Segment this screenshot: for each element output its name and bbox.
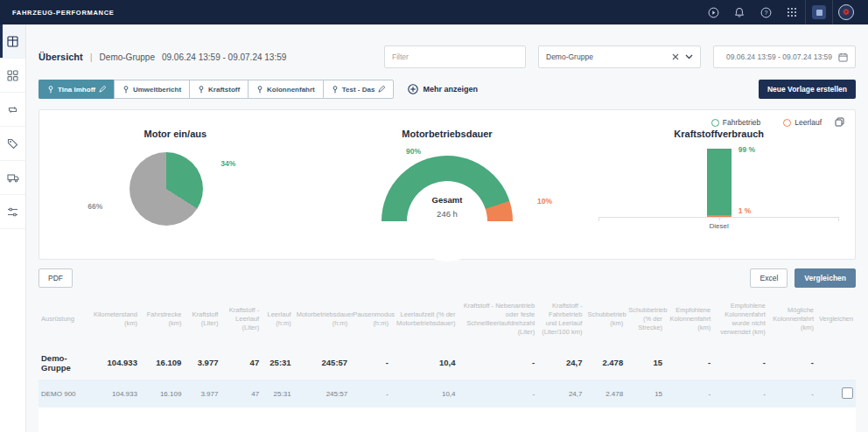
column-header: Kraftstoff - Fahrbetrieb und Leerlauf (L…	[537, 293, 584, 346]
table-row-group: Demo-Gruppe 104.933 16.109 3.977 47 25:3…	[38, 346, 856, 380]
pin-icon	[256, 86, 263, 94]
pin-icon	[122, 86, 130, 94]
chevron-down-icon[interactable]	[685, 54, 693, 59]
sidebar-item-settings[interactable]	[0, 195, 25, 229]
selected-date-range-label: 09.06.24 13:59 - 09.07.24 13:59	[162, 52, 286, 62]
gauge-segment-label-orange: 10%	[537, 197, 552, 206]
pie-chart-title: Motor ein/aus	[39, 129, 312, 139]
truck-icon	[7, 172, 19, 184]
pie-chart-block: Motor ein/aus 34% 66%	[39, 110, 312, 259]
column-header: Kraftstoff - Leerlauf (Liter)	[220, 293, 262, 346]
column-header: Leerlauf (h:m)	[262, 293, 293, 346]
column-header: Pausenmodus (h:m)	[350, 293, 391, 346]
group-select-value: Demo-Gruppe	[546, 52, 593, 61]
column-header: Mögliche Kolonnenfahrt (km)	[768, 293, 816, 346]
help-icon[interactable]: ?	[752, 0, 779, 24]
sidebar	[0, 24, 26, 432]
gauge-segment-label-green: 90%	[406, 147, 421, 156]
excel-export-button[interactable]: Excel	[750, 268, 788, 288]
new-template-button[interactable]: Neue Vorlage erstellen	[759, 80, 856, 99]
bottom-spacer	[38, 408, 856, 432]
filter-input-wrap	[384, 45, 526, 68]
app-window: FAHRZEUG-PERFORMANCE ?	[0, 0, 868, 432]
table-row-vehicle: DEMO 900 104.933 16.109 3.977 47 25:31 2…	[38, 380, 856, 408]
pin-icon	[47, 86, 54, 94]
column-header: Fahrstrecke (km)	[140, 293, 184, 346]
pie-value-label-off: 66%	[88, 202, 102, 211]
calendar-icon	[838, 52, 848, 62]
column-header: Kraftstoff (Liter)	[184, 293, 220, 346]
column-header: Vergleichen	[816, 293, 856, 346]
pin-icon	[332, 86, 339, 94]
topbar: FAHRZEUG-PERFORMANCE ?	[0, 0, 868, 24]
column-header: Empfohlene Kolonnenfahrt (km)	[665, 293, 713, 346]
clear-icon[interactable]	[672, 53, 679, 60]
template-tabs: Tina Imhoff Umweltbericht Kraftstoff Kol…	[38, 80, 394, 99]
column-header: Empfohlene Kolonnenfahrt wurde nicht ver…	[713, 293, 768, 346]
tab-test-das[interactable]: Test - Das	[323, 80, 395, 99]
gauge-center-text: Gesamt 246 h	[382, 195, 513, 220]
show-more-button[interactable]: Mehr anzeigen	[408, 84, 478, 94]
pin-icon	[198, 86, 205, 94]
notifications-bell-icon[interactable]	[726, 0, 752, 24]
breadcrumb: Übersicht | Demo-Gruppe 09.06.24 13:59 -…	[38, 52, 286, 62]
group-select[interactable]: Demo-Gruppe	[538, 45, 701, 68]
sidebar-item-apps[interactable]	[0, 59, 25, 93]
column-header: Schubbetrieb (% der Strecke)	[626, 293, 665, 346]
pdf-export-button[interactable]: PDF	[38, 268, 73, 288]
settings-sliders-icon	[7, 206, 18, 218]
charts-panel: Fahrbetrieb Leerlauf Motor ein/aus 34% 6…	[38, 109, 856, 260]
column-header: Motorbetriebsdauer (h:m)	[294, 293, 351, 346]
play-circle-icon[interactable]	[700, 0, 726, 24]
sidebar-item-sync[interactable]	[0, 93, 25, 127]
sidebar-item-dashboard[interactable]	[0, 24, 25, 59]
row-name: Demo-Gruppe	[38, 346, 87, 380]
sync-icon	[7, 104, 18, 115]
main-content: Übersicht | Demo-Gruppe 09.06.24 13:59 -…	[26, 24, 868, 432]
bar-value-label-leerlauf: 1 %	[738, 206, 752, 215]
bar-segment-fahrbetrieb	[707, 149, 732, 215]
bar-stack	[707, 149, 732, 217]
tag-icon	[7, 138, 18, 150]
selected-group-label: Demo-Gruppe	[100, 52, 155, 62]
tab-tina-imhoff[interactable]: Tina Imhoff	[38, 80, 114, 99]
bar-value-label-fahrbetrieb: 99 %	[738, 145, 755, 154]
compare-cell-empty	[816, 346, 856, 380]
date-range-picker[interactable]: 09.06.24 13:59 - 09.07.24 13:59	[713, 45, 856, 68]
gauge-chart-block: Motorbetriebsdauer 90% 10% Gesamt 246 h	[312, 110, 584, 259]
column-header: Ausrüstung	[38, 293, 87, 346]
bar-chart-title: Kraftstoffverbrauch	[583, 129, 855, 139]
apps-menu-icon[interactable]	[779, 0, 805, 24]
user-avatar[interactable]	[806, 0, 832, 24]
bar-category-label: Diesel	[583, 222, 855, 230]
compare-button[interactable]: Vergleichen	[794, 268, 856, 288]
svg-text:?: ?	[764, 10, 767, 16]
bar-axis-tick	[719, 217, 720, 220]
date-range-value: 09.06.24 13:59 - 09.07.24 13:59	[726, 52, 832, 61]
row-name: DEMO 900	[38, 380, 87, 408]
column-header: Kraftstoff - Nebenantrieb oder feste Sch…	[458, 293, 538, 346]
pie-value-label-on: 34%	[220, 159, 235, 168]
page-title: Übersicht	[38, 52, 83, 62]
tab-kraftstoff[interactable]: Kraftstoff	[189, 80, 248, 99]
apps-grid-icon	[7, 70, 18, 81]
filter-funnel-icon	[508, 52, 518, 62]
compare-checkbox[interactable]	[842, 387, 853, 399]
tab-umweltbericht[interactable]: Umweltbericht	[114, 80, 189, 99]
column-header: Leerlaufzeit (% der Motorbetriebsdauer)	[391, 293, 458, 346]
brand-logo-icon	[833, 0, 859, 24]
bar-chart-block: Kraftstoffverbrauch 99 % 1 % Diesel	[583, 110, 855, 259]
compare-cell	[816, 380, 856, 408]
sidebar-item-vehicles[interactable]	[0, 161, 25, 195]
gauge-hole	[407, 181, 487, 261]
title-divider: |	[90, 52, 93, 62]
topbar-icons: ?	[700, 0, 859, 24]
tab-kolonnenfahrt[interactable]: Kolonnenfahrt	[248, 80, 323, 99]
edit-pencil-icon[interactable]	[378, 86, 385, 93]
performance-table: Ausrüstung Kilometerstand (km) Fahrstrec…	[38, 293, 856, 408]
gauge-chart-title: Motorbetriebsdauer	[312, 129, 584, 139]
filter-input[interactable]	[392, 52, 497, 61]
column-header: Kilometerstand (km)	[87, 293, 140, 346]
edit-pencil-icon[interactable]	[99, 86, 106, 93]
sidebar-item-tags[interactable]	[0, 127, 25, 161]
